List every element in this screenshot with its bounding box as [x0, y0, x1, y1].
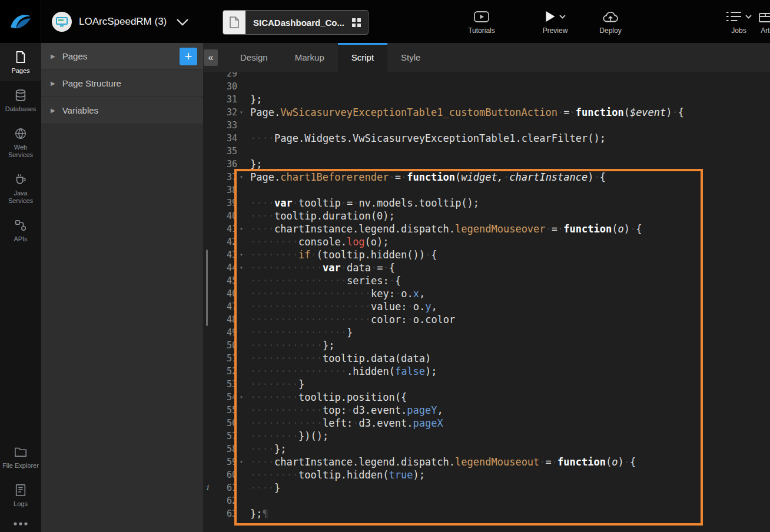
artifacts-button[interactable]: Art — [743, 9, 770, 35]
code-text: ········console.log(o); — [250, 236, 389, 248]
code-line[interactable]: 37▾Page.chart1Beforerender·=·function(wi… — [203, 171, 770, 184]
grid-icon[interactable] — [352, 18, 361, 27]
code-line[interactable]: 41▾····chartInstance.legend.dispatch.leg… — [203, 222, 770, 235]
rail-item-label: Web Services — [1, 144, 40, 159]
code-line[interactable]: 35 — [203, 145, 770, 158]
chevron-down-icon[interactable] — [176, 18, 189, 26]
code-editor[interactable]: 293031};32▾Page.VwSicasurveyExceptionTab… — [203, 72, 770, 532]
code-line[interactable]: 44▾············var·data·=·{ — [203, 261, 770, 274]
collapse-panel-button[interactable]: « — [204, 49, 218, 66]
code-line[interactable]: 62 — [203, 494, 770, 507]
code-line[interactable]: 42········console.log(o); — [203, 235, 770, 248]
project-selector[interactable]: LOArcSpeedRM (3) — [52, 10, 189, 34]
line-number: 58 — [203, 443, 237, 455]
code-line[interactable]: 48····················color:·o.color — [203, 313, 770, 326]
pages-panel: ▶ Pages + ▶Page Structure▶Variables — [41, 43, 203, 532]
code-line[interactable]: 46····················key:·o.x, — [203, 287, 770, 300]
rail-item-web-services[interactable]: Web Services — [0, 119, 41, 165]
panel-section-page-structure[interactable]: ▶Page Structure — [41, 70, 203, 97]
rail-item-pages[interactable]: Pages — [0, 43, 41, 81]
code-line[interactable]: 59▾····chartInstance.legend.dispatch.leg… — [203, 455, 770, 468]
code-line[interactable]: 43▾········if·(tooltip.hidden())·{ — [203, 248, 770, 261]
code-line[interactable]: 31}; — [203, 93, 770, 106]
code-text: Page.chart1Beforerender·=·function(widge… — [250, 171, 606, 183]
action-label: Art — [761, 26, 769, 35]
java-services-icon — [14, 173, 27, 186]
fold-arrow-icon[interactable]: ▾ — [240, 391, 243, 404]
line-number: 60 — [203, 468, 237, 481]
code-text: }; — [250, 94, 262, 105]
rail-spacer — [0, 250, 41, 438]
code-line[interactable]: 40····tooltip.duration(0); — [203, 210, 770, 222]
code-line[interactable]: 51············tooltip.data(data) — [203, 352, 770, 365]
code-line[interactable]: 56············left:·d3.event.pageX — [203, 417, 770, 430]
rail-item-more[interactable] — [0, 514, 41, 532]
code-line[interactable]: 34····Page.Widgets.VwSicasurveyException… — [203, 132, 770, 145]
line-number: 47 — [203, 300, 237, 313]
fold-arrow-icon[interactable]: ▾ — [240, 106, 243, 119]
deploy-button[interactable]: Deploy — [588, 9, 633, 35]
code-line[interactable]: 39····var·tooltip·=·nv.models.tooltip(); — [203, 197, 770, 210]
rail-item-label: APIs — [14, 235, 27, 243]
code-line[interactable]: 30 — [203, 80, 770, 93]
tab-style[interactable]: Style — [387, 43, 434, 72]
code-line[interactable]: 33 — [203, 119, 770, 132]
code-line[interactable]: 45················series:·{ — [203, 274, 770, 287]
code-line[interactable]: 36}; — [203, 158, 770, 171]
line-number: 54 — [203, 391, 237, 404]
fold-arrow-icon[interactable]: ▾ — [240, 171, 243, 184]
code-line[interactable]: 38 — [203, 184, 770, 197]
action-label: Preview — [543, 26, 568, 35]
fold-arrow-icon[interactable]: ▾ — [240, 455, 243, 468]
code-line[interactable]: 47····················value:·o.y, — [203, 300, 770, 313]
code-line[interactable]: 52················.hidden(false); — [203, 365, 770, 378]
code-line[interactable]: 50············}; — [203, 339, 770, 352]
code-text: ················series:·{ — [250, 275, 401, 287]
rail-item-file-explorer[interactable]: File Explorer — [0, 438, 41, 476]
action-label: Deploy — [599, 26, 621, 35]
code-line[interactable]: 32▾Page.VwSicasurveyExceptionTable1_cust… — [203, 106, 770, 119]
apis-icon — [14, 219, 27, 232]
code-line[interactable]: 54▾········tooltip.position({ — [203, 391, 770, 404]
line-number: 36 — [203, 158, 237, 171]
code-text: ········} — [250, 378, 304, 390]
fold-arrow-icon[interactable]: ▾ — [240, 248, 243, 261]
code-line[interactable]: 49················} — [203, 326, 770, 339]
rail-item-logs[interactable]: Logs — [0, 476, 41, 514]
wavemaker-logo[interactable] — [0, 0, 41, 43]
rail-item-java-services[interactable]: Java Services — [0, 165, 41, 211]
rail-item-apis[interactable]: APIs — [0, 211, 41, 250]
line-number: 49 — [203, 326, 237, 339]
rail-item-label: Pages — [11, 67, 29, 75]
code-line[interactable]: 57········})(); — [203, 430, 770, 443]
tab-script[interactable]: Script — [338, 43, 387, 72]
page-tab[interactable]: SICADashboard_Co... — [223, 10, 369, 35]
code-lines: 293031};32▾Page.VwSicasurveyExceptionTab… — [203, 72, 770, 520]
expander-triangle-icon: ▶ — [51, 80, 55, 87]
line-number: 30 — [203, 80, 237, 93]
tab-design[interactable]: Design — [227, 43, 281, 72]
code-line[interactable]: 55············top:·d3.event.pageY, — [203, 404, 770, 417]
line-number: 32 — [203, 106, 237, 119]
code-line[interactable]: 60········tooltip.hidden(true); — [203, 468, 770, 481]
expander-triangle-icon[interactable]: ▶ — [51, 53, 55, 59]
tab-markup[interactable]: Markup — [281, 43, 338, 72]
panel-section-variables[interactable]: ▶Variables — [41, 97, 203, 124]
line-number: 34 — [203, 132, 237, 145]
code-line[interactable]: 58····}; — [203, 443, 770, 455]
fold-arrow-icon[interactable]: ▾ — [240, 261, 243, 274]
code-text: ············}; — [250, 340, 334, 351]
code-line[interactable]: 63};¶ — [203, 507, 770, 520]
rail-item-databases[interactable]: Databases — [0, 81, 41, 119]
fold-arrow-icon[interactable]: ▾ — [240, 222, 243, 235]
tutorials-button[interactable]: Tutorials — [459, 9, 504, 35]
code-line[interactable]: 61i····} — [203, 481, 770, 494]
line-number: 29 — [203, 72, 237, 80]
preview-button[interactable]: Preview — [533, 9, 578, 35]
add-page-button[interactable]: + — [180, 48, 197, 65]
line-number: 63 — [203, 507, 237, 520]
code-line[interactable]: 29 — [203, 72, 770, 80]
editor-scrollbar-thumb[interactable] — [206, 250, 208, 326]
code-line[interactable]: 53········} — [203, 378, 770, 391]
chevron-down-icon — [559, 15, 566, 19]
